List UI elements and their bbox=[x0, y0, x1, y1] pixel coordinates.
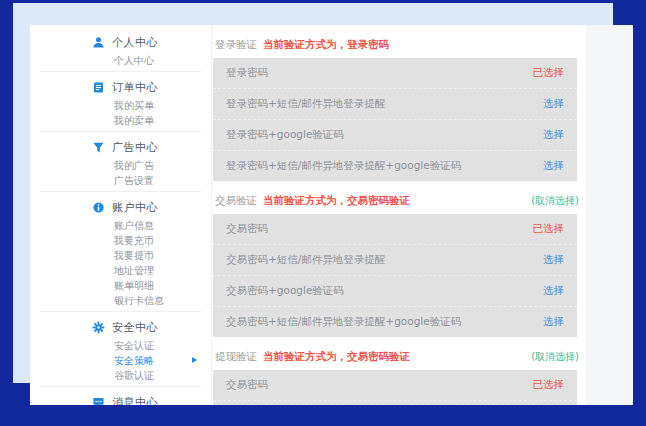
gear-icon bbox=[92, 321, 105, 334]
account-icon bbox=[92, 201, 105, 214]
sidebar-group-header[interactable]: 个人中心 bbox=[30, 31, 211, 53]
sidebar-item-label: 谷歌认证 bbox=[114, 370, 154, 381]
option-row: 交易密码+短信/邮件异地登录提醒选择 bbox=[213, 400, 577, 405]
ad-icon bbox=[92, 141, 105, 154]
order-icon bbox=[92, 81, 105, 94]
option-label: 交易密码 bbox=[226, 378, 268, 392]
sidebar-item[interactable]: 我要充币 bbox=[30, 233, 211, 248]
sidebar-item-label: 账户信息 bbox=[114, 220, 154, 231]
cancel-selection-link[interactable]: (取消选择) bbox=[531, 350, 579, 364]
option-label: 交易密码+短信/邮件异地登录提醒 bbox=[226, 253, 385, 267]
option-label: 交易密码 bbox=[226, 222, 268, 236]
sidebar-group-header[interactable]: 消息中心 bbox=[30, 391, 211, 405]
select-link[interactable]: 选择 bbox=[543, 128, 564, 142]
right-gray-panel bbox=[586, 25, 633, 405]
sidebar-item[interactable]: 广告设置 bbox=[30, 173, 211, 188]
verification-section: 提现验证当前验证方式为，交易密码验证(取消选择)交易密码已选择交易密码+短信/邮… bbox=[213, 350, 579, 405]
options-box: 交易密码已选择交易密码+短信/邮件异地登录提醒选择交易密码+google验证码选… bbox=[213, 214, 577, 337]
sidebar-group-label: 消息中心 bbox=[112, 395, 158, 406]
option-row: 交易密码+短信/邮件异地登录提醒+google验证码选择 bbox=[213, 306, 577, 337]
sidebar-item-label: 地址管理 bbox=[114, 265, 154, 276]
sidebar-item-label: 我要提币 bbox=[114, 250, 154, 261]
select-link[interactable]: 选择 bbox=[543, 97, 564, 111]
chevron-right-icon bbox=[192, 357, 197, 363]
option-label: 登录密码+google验证码 bbox=[226, 128, 344, 142]
option-row: 登录密码+短信/邮件异地登录提醒+google验证码选择 bbox=[213, 150, 577, 181]
sidebar-divider bbox=[40, 311, 201, 312]
sidebar-item[interactable]: 地址管理 bbox=[30, 263, 211, 278]
verification-section: 交易验证当前验证方式为，交易密码验证(取消选择)交易密码已选择交易密码+短信/邮… bbox=[213, 194, 579, 337]
option-row: 交易密码+google验证码选择 bbox=[213, 275, 577, 306]
sidebar-item[interactable]: 我的广告 bbox=[30, 158, 211, 173]
sidebar-item[interactable]: 我的卖单 bbox=[30, 113, 211, 128]
message-icon bbox=[92, 396, 105, 406]
sidebar: 个人中心个人中心订单中心我的买单我的卖单广告中心我的广告广告设置账户中心账户信息… bbox=[30, 25, 212, 405]
current-method-text: 当前验证方式为，交易密码验证 bbox=[263, 194, 410, 208]
option-label: 交易密码+google验证码 bbox=[226, 284, 344, 298]
option-label: 交易密码+短信/邮件异地登录提醒+google验证码 bbox=[226, 315, 461, 329]
section-header: 提现验证当前验证方式为，交易密码验证(取消选择) bbox=[215, 350, 579, 364]
sidebar-group-label: 安全中心 bbox=[112, 320, 158, 335]
sidebar-item[interactable]: 个人中心 bbox=[30, 53, 211, 68]
option-row: 交易密码已选择 bbox=[213, 214, 577, 244]
cancel-selection-link[interactable]: (取消选择) bbox=[531, 194, 579, 208]
options-box: 登录密码已选择登录密码+短信/邮件异地登录提醒选择登录密码+google验证码选… bbox=[213, 58, 577, 181]
sidebar-item[interactable]: 我的买单 bbox=[30, 98, 211, 113]
sidebar-group-header[interactable]: 订单中心 bbox=[30, 76, 211, 98]
sidebar-item-label: 账单明细 bbox=[114, 280, 154, 291]
current-method-text: 当前验证方式为，登录密码 bbox=[263, 38, 389, 52]
sidebar-item-label: 我的卖单 bbox=[114, 115, 154, 126]
sidebar-item-label: 我的广告 bbox=[114, 160, 154, 171]
sidebar-item[interactable]: 安全策略 bbox=[30, 353, 211, 368]
sidebar-item[interactable]: 安全认证 bbox=[30, 338, 211, 353]
sidebar-item[interactable]: 银行卡信息 bbox=[30, 293, 211, 308]
option-label: 登录密码+短信/邮件异地登录提醒 bbox=[226, 97, 385, 111]
sidebar-item[interactable]: 账单明细 bbox=[30, 278, 211, 293]
sidebar-item-label: 安全策略 bbox=[114, 355, 154, 366]
verification-section: 登录验证当前验证方式为，登录密码登录密码已选择登录密码+短信/邮件异地登录提醒选… bbox=[213, 38, 579, 181]
sidebar-item-label: 安全认证 bbox=[114, 340, 154, 351]
option-label: 登录密码+短信/邮件异地登录提醒+google验证码 bbox=[226, 159, 461, 173]
select-link[interactable]: 选择 bbox=[543, 159, 564, 173]
sidebar-group-label: 账户中心 bbox=[112, 200, 158, 215]
option-label: 登录密码 bbox=[226, 66, 268, 80]
sidebar-item-label: 银行卡信息 bbox=[114, 295, 164, 306]
sidebar-item[interactable]: 谷歌认证 bbox=[30, 368, 211, 383]
selected-badge: 已选择 bbox=[533, 222, 565, 236]
user-icon bbox=[92, 36, 105, 49]
sidebar-divider bbox=[40, 191, 201, 192]
sidebar-group-label: 订单中心 bbox=[112, 80, 158, 95]
sidebar-divider bbox=[40, 131, 201, 132]
current-method-text: 当前验证方式为，交易密码验证 bbox=[263, 350, 410, 364]
sidebar-item[interactable]: 账户信息 bbox=[30, 218, 211, 233]
selected-badge: 已选择 bbox=[533, 378, 565, 392]
sidebar-group-label: 广告中心 bbox=[112, 140, 158, 155]
sidebar-group-header[interactable]: 账户中心 bbox=[30, 196, 211, 218]
sidebar-group-header[interactable]: 广告中心 bbox=[30, 136, 211, 158]
sidebar-item-label: 我的买单 bbox=[114, 100, 154, 111]
sidebar-group-label: 个人中心 bbox=[112, 35, 158, 50]
sidebar-item-label: 我要充币 bbox=[114, 235, 154, 246]
option-row: 登录密码+google验证码选择 bbox=[213, 119, 577, 150]
section-header: 登录验证当前验证方式为，登录密码 bbox=[215, 38, 579, 52]
select-link[interactable]: 选择 bbox=[543, 253, 564, 267]
main-card: 个人中心个人中心订单中心我的买单我的卖单广告中心我的广告广告设置账户中心账户信息… bbox=[30, 25, 586, 405]
select-link[interactable]: 选择 bbox=[543, 315, 564, 329]
option-row: 登录密码已选择 bbox=[213, 58, 577, 88]
section-header: 交易验证当前验证方式为，交易密码验证(取消选择) bbox=[215, 194, 579, 208]
sidebar-divider bbox=[40, 71, 201, 72]
sidebar-item[interactable]: 我要提币 bbox=[30, 248, 211, 263]
section-title: 交易验证 bbox=[215, 194, 257, 208]
sidebar-item-label: 广告设置 bbox=[114, 175, 154, 186]
select-link[interactable]: 选择 bbox=[543, 284, 564, 298]
option-row: 交易密码已选择 bbox=[213, 370, 577, 400]
option-row: 登录密码+短信/邮件异地登录提醒选择 bbox=[213, 88, 577, 119]
sidebar-group-header[interactable]: 安全中心 bbox=[30, 316, 211, 338]
section-title: 提现验证 bbox=[215, 350, 257, 364]
security-settings-content: 登录验证当前验证方式为，登录密码登录密码已选择登录密码+短信/邮件异地登录提醒选… bbox=[213, 25, 579, 405]
sidebar-divider bbox=[40, 386, 201, 387]
section-title: 登录验证 bbox=[215, 38, 257, 52]
sidebar-item-label: 个人中心 bbox=[114, 55, 154, 66]
options-box: 交易密码已选择交易密码+短信/邮件异地登录提醒选择 bbox=[213, 370, 577, 405]
option-row: 交易密码+短信/邮件异地登录提醒选择 bbox=[213, 244, 577, 275]
